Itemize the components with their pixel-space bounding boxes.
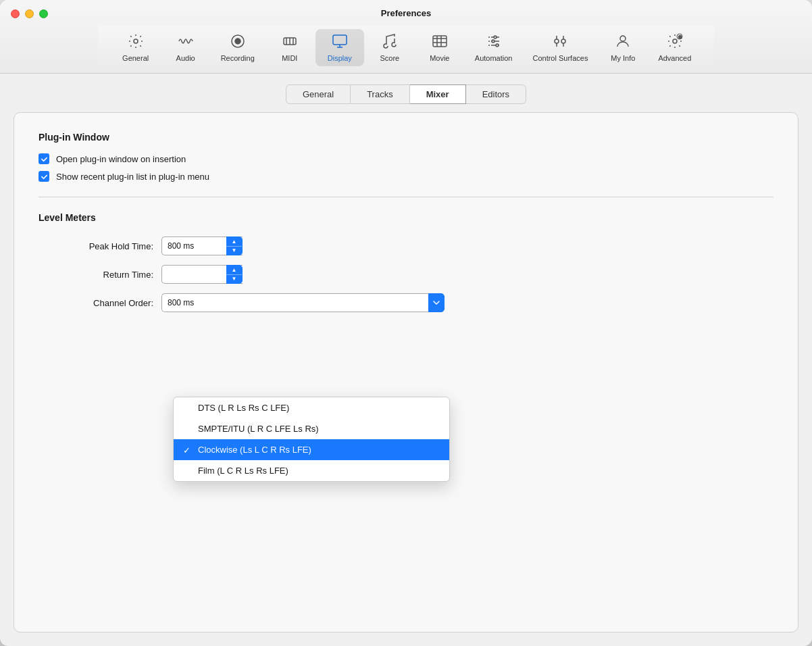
channel-order-dropdown-btn[interactable] bbox=[428, 293, 445, 312]
toolbar: General Audio Recording bbox=[98, 25, 715, 73]
channel-order-input[interactable] bbox=[161, 293, 428, 312]
toolbar-item-score[interactable]: Score bbox=[365, 29, 414, 66]
svg-point-26 bbox=[620, 36, 626, 41]
general-icon bbox=[128, 33, 144, 52]
display-icon bbox=[332, 33, 348, 52]
peak-hold-time-stepper[interactable]: ▲ ▼ bbox=[226, 237, 243, 255]
tab-tracks[interactable]: Tracks bbox=[351, 84, 410, 104]
channel-order-row: Channel Order: bbox=[39, 293, 773, 312]
svg-point-0 bbox=[134, 39, 138, 43]
midi-icon bbox=[282, 33, 298, 52]
content-area: Plug-in Window Open plug-in window on in… bbox=[14, 112, 798, 632]
dropdown-item-smpte[interactable]: SMPTE/ITU (L R C LFE Ls Rs) bbox=[174, 418, 449, 439]
toolbar-item-recording[interactable]: Recording bbox=[211, 29, 264, 66]
svg-point-20 bbox=[555, 39, 559, 43]
svg-rect-10 bbox=[433, 36, 447, 47]
channel-order-label: Channel Order: bbox=[39, 298, 153, 308]
return-time-down[interactable]: ▼ bbox=[226, 275, 242, 284]
clockwise-check: ✓ bbox=[183, 445, 191, 455]
toolbar-advanced-label: Advanced bbox=[658, 54, 691, 62]
checkbox-open-plugin-label: Open plug-in window on insertion bbox=[56, 154, 186, 164]
maximize-button[interactable] bbox=[39, 9, 48, 18]
peak-hold-time-label: Peak Hold Time: bbox=[39, 241, 153, 251]
checkbox-open-plugin[interactable] bbox=[39, 153, 49, 164]
audio-icon bbox=[178, 33, 194, 52]
return-time-label: Return Time: bbox=[39, 270, 153, 280]
checkbox-row-1: Open plug-in window on insertion bbox=[39, 153, 773, 164]
toolbar-score-label: Score bbox=[380, 54, 399, 62]
toolbar-item-movie[interactable]: Movie bbox=[415, 29, 464, 66]
level-meters-title: Level Meters bbox=[39, 212, 773, 223]
control-surfaces-icon bbox=[552, 33, 568, 52]
my-info-icon bbox=[615, 33, 631, 52]
toolbar-my-info-label: My Info bbox=[611, 54, 635, 62]
toolbar-recording-label: Recording bbox=[221, 54, 255, 62]
toolbar-item-audio[interactable]: Audio bbox=[161, 29, 210, 66]
toolbar-audio-label: Audio bbox=[176, 54, 195, 62]
svg-point-27 bbox=[673, 39, 677, 43]
checkbox-show-recent[interactable] bbox=[39, 171, 49, 182]
section-divider bbox=[39, 197, 773, 197]
checkbox-show-recent-label: Show recent plug-in list in plug-in menu bbox=[56, 172, 209, 182]
toolbar-item-general[interactable]: General bbox=[111, 29, 160, 66]
return-time-stepper[interactable]: ▲ ▼ bbox=[226, 265, 243, 284]
svg-point-17 bbox=[494, 36, 497, 39]
toolbar-item-control-surfaces[interactable]: Control Surfaces bbox=[523, 29, 597, 66]
svg-point-19 bbox=[496, 44, 499, 47]
window-title: Preferences bbox=[381, 8, 431, 18]
toolbar-movie-label: Movie bbox=[430, 54, 449, 62]
smpte-label: SMPTE/ITU (L R C LFE Ls Rs) bbox=[198, 424, 319, 434]
dropdown-item-film[interactable]: Film (L C R Ls Rs LFE) bbox=[174, 460, 449, 481]
plugin-window-title: Plug-in Window bbox=[39, 132, 773, 143]
dropdown-item-dts[interactable]: DTS (L R Ls Rs C LFE) bbox=[174, 397, 449, 418]
svg-point-2 bbox=[235, 39, 240, 44]
toolbar-item-midi[interactable]: MIDI bbox=[265, 29, 314, 66]
peak-hold-time-row: Peak Hold Time: ▲ ▼ bbox=[39, 237, 773, 255]
toolbar-automation-label: Automation bbox=[475, 54, 513, 62]
minimize-button[interactable] bbox=[25, 9, 34, 18]
dropdown-item-clockwise[interactable]: ✓ Clockwise (Ls L C R Rs LFE) bbox=[174, 439, 449, 460]
toolbar-midi-label: MIDI bbox=[282, 54, 297, 62]
traffic-lights bbox=[11, 9, 48, 18]
return-time-control: ▲ ▼ bbox=[161, 265, 243, 284]
dts-label: DTS (L R Ls Rs C LFE) bbox=[198, 403, 289, 413]
svg-rect-7 bbox=[333, 35, 347, 45]
close-button[interactable] bbox=[11, 9, 20, 18]
toolbar-general-label: General bbox=[122, 54, 149, 62]
titlebar: Preferences General bbox=[0, 0, 812, 74]
svg-text:⚙: ⚙ bbox=[678, 35, 682, 39]
peak-hold-time-up[interactable]: ▲ bbox=[226, 237, 242, 247]
return-time-up[interactable]: ▲ bbox=[226, 266, 242, 275]
clockwise-label: Clockwise (Ls L C R Rs LFE) bbox=[198, 445, 311, 455]
subtabs: General Tracks Mixer Editors bbox=[0, 74, 812, 104]
recording-icon bbox=[230, 33, 246, 52]
tab-editors[interactable]: Editors bbox=[466, 84, 526, 104]
toolbar-item-advanced[interactable]: ⚙ Advanced bbox=[649, 29, 701, 66]
peak-hold-time-control: ▲ ▼ bbox=[161, 237, 243, 255]
peak-hold-time-down[interactable]: ▼ bbox=[226, 247, 242, 255]
channel-order-control bbox=[161, 293, 445, 312]
channel-order-dropdown: DTS (L R Ls Rs C LFE) SMPTE/ITU (L R C L… bbox=[173, 397, 450, 482]
score-icon bbox=[382, 33, 398, 52]
return-time-row: Return Time: ▲ ▼ bbox=[39, 265, 773, 284]
checkbox-row-2: Show recent plug-in list in plug-in menu bbox=[39, 171, 773, 182]
tab-mixer[interactable]: Mixer bbox=[410, 84, 466, 104]
toolbar-control-surfaces-label: Control Surfaces bbox=[532, 54, 588, 62]
tab-general[interactable]: General bbox=[286, 84, 351, 104]
toolbar-item-display[interactable]: Display bbox=[315, 29, 364, 66]
svg-point-18 bbox=[492, 40, 494, 43]
preferences-window: Preferences General bbox=[0, 0, 812, 646]
svg-point-21 bbox=[561, 39, 565, 43]
toolbar-item-my-info[interactable]: My Info bbox=[599, 29, 647, 66]
toolbar-item-automation[interactable]: Automation bbox=[465, 29, 522, 66]
automation-icon bbox=[486, 33, 502, 52]
movie-icon bbox=[432, 33, 448, 52]
toolbar-display-label: Display bbox=[328, 54, 352, 62]
advanced-icon: ⚙ bbox=[667, 33, 683, 52]
film-label: Film (L C R Ls Rs LFE) bbox=[198, 466, 288, 476]
